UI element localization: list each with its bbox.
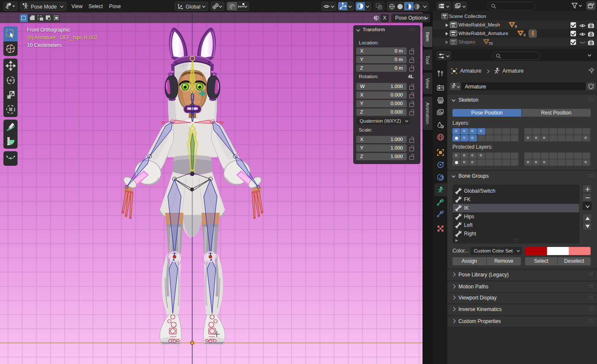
svg-text:9: 9 (523, 33, 526, 37)
svg-text:70: 70 (488, 41, 493, 46)
svg-text:9: 9 (515, 24, 517, 29)
